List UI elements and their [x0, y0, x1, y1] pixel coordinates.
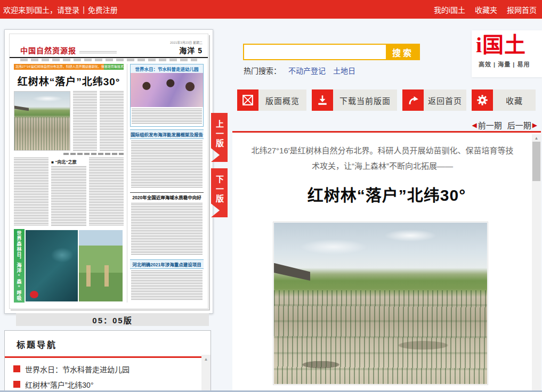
paper-right-box-title: 世界水日：节水科普走进幼儿园 — [131, 64, 203, 73]
paper-banner-strip: 北纬27°16′是红树林自然分布北界，科研人员开展幼苗驯化、保苗培育等技术攻关，… — [14, 64, 124, 70]
mangrove-nursery-photo — [274, 223, 487, 384]
next-page-tab[interactable]: 下一版 — [211, 168, 228, 217]
paper-text-column — [89, 158, 124, 226]
paper-text-column — [73, 91, 97, 151]
nav-article-item[interactable]: 世界水日：节水科普走进幼儿园 — [13, 361, 211, 377]
paper-section-label: 海洋 5 — [170, 45, 203, 55]
my-iguotu-link[interactable]: 我的i国土 — [434, 4, 465, 15]
scroll-up-icon[interactable]: ▲ — [201, 357, 211, 362]
paper-diver-photo — [25, 229, 79, 303]
download-icon — [312, 89, 333, 111]
next-issue-label: 后一期 — [507, 119, 531, 130]
paper-photo-caption-line — [63, 153, 124, 155]
favorite-button[interactable]: 收藏 — [472, 89, 536, 111]
paper-kids-photo — [131, 73, 203, 107]
favorites-link[interactable]: 收藏夹 — [475, 4, 497, 15]
title-navigation-list: 世界水日：节水科普走进幼儿园 红树林“落户”北纬30° 国际组织发布海洋能发展框… — [5, 358, 211, 392]
article-photo-frame — [273, 222, 488, 385]
hot-search-row: 热门搜索： 不动产登记 土地日 — [244, 65, 355, 76]
topbar-right: 我的i国土 收藏夹 报网首页 — [434, 4, 537, 15]
gear-icon — [472, 89, 493, 111]
red-square-bullet — [13, 381, 20, 388]
toolbar-button-label: 下载当前版面 — [333, 89, 397, 111]
top-bar: 欢迎来到i国土，请登录 | 免费注册 我的i国土 收藏夹 报网首页 — [0, 0, 542, 19]
article-scrollbar[interactable]: ▲ — [532, 134, 541, 392]
site-logo[interactable]: i国土 高效 | 海量 | 易用 — [472, 30, 542, 77]
topbar-separator: | — [83, 5, 85, 14]
paper-right-headline-2: 国际组织发布海洋能发展框架及报告 — [130, 129, 204, 139]
toolbar-button-label: 返回首页 — [424, 89, 466, 111]
paper-subrule — [20, 59, 197, 61]
welcome-login-link[interactable]: 欢迎来到i国土，请登录 — [3, 4, 79, 15]
left-arrow-icon: ◀ — [472, 121, 477, 129]
paper-masthead-row: 中国自然资源报 2021年3月23日 星期二 海洋 5 — [10, 34, 208, 58]
page-number-label: 05：05版 — [16, 313, 209, 326]
toolbar-button-label: 收藏 — [493, 89, 536, 111]
paper-text-column — [14, 158, 48, 226]
register-link[interactable]: 免费注册 — [88, 4, 118, 15]
layout-grid-icon — [237, 89, 258, 111]
article-panel: 北纬27°16′是红树林自然分布北界。科研人员开展幼苗驯化、保苗培育等技术攻关，… — [232, 131, 541, 392]
paper-text-column — [131, 271, 203, 301]
search-button[interactable]: 搜索 — [386, 44, 420, 60]
page: 欢迎来到i国土，请登录 | 免费注册 我的i国土 收藏夹 报网首页 中国自然资源… — [0, 0, 542, 392]
hot-search-label: 热门搜索： — [244, 65, 281, 76]
prev-page-tab[interactable]: 上一版 — [211, 113, 228, 162]
paper-date-line: 2021年3月23日 星期二 — [170, 40, 203, 45]
return-home-button[interactable]: 返回首页 — [402, 89, 466, 111]
paper-vertical-banner: 世界森林日，海洋“森”呼吸 — [14, 229, 25, 303]
right-arrow-icon: ▶ — [532, 121, 537, 129]
paper-text-column — [132, 109, 202, 125]
paper-right-headline-3: 2020年全国近岸海域水质稳中向好 — [130, 192, 204, 201]
paper-masthead: 中国自然资源报 — [20, 45, 76, 55]
prev-issue-button[interactable]: ◀ 前一期 — [472, 119, 502, 130]
nav-scrollbar[interactable]: ▲ — [201, 355, 211, 392]
logo-text: i国土 — [476, 35, 542, 56]
title-navigation-box: 标题导航 世界水日：节水科普走进幼儿园 红树林“落户”北纬30° 国际组织发布海… — [4, 330, 211, 392]
paper-mangrove-photo — [14, 91, 70, 151]
paper-masthead-subtext — [79, 51, 117, 54]
next-issue-button[interactable]: 后一期 ▶ — [507, 119, 537, 130]
download-page-button[interactable]: 下载当前版面 — [312, 89, 397, 111]
nav-article-item[interactable]: 红树林“落户”北纬30° — [13, 377, 211, 392]
newspaper-page-thumbnail[interactable]: 中国自然资源报 2021年3月23日 星期二 海洋 5 北纬27°16′是红树林… — [9, 34, 208, 309]
paper-right-headline-4: 河北明确2021年涉海重点建设项目 — [130, 259, 204, 269]
search-input[interactable] — [243, 44, 393, 60]
nav-article-label: 红树林“落户”北纬30° — [25, 379, 94, 390]
article-intro: 北纬27°16′是红树林自然分布北界。科研人员开展幼苗驯化、保苗培育等技术攻关，… — [248, 143, 516, 174]
portal-home-link[interactable]: 报网首页 — [507, 4, 537, 15]
topbar-left: 欢迎来到i国土，请登录 | 免费注册 — [3, 4, 118, 15]
paper-text-column — [131, 141, 203, 189]
issue-navigation: ◀ 前一期 后一期 ▶ — [472, 119, 538, 130]
paper-text-column — [51, 166, 86, 226]
paper-text-column — [131, 203, 203, 255]
scroll-up-icon[interactable]: ▲ — [532, 136, 541, 141]
red-square-bullet — [13, 365, 20, 372]
logo-slogan: 高效 | 海量 | 易用 — [479, 60, 542, 68]
hot-search-link-real-estate[interactable]: 不动产登记 — [288, 65, 326, 76]
scrollbar-thumb[interactable] — [532, 142, 540, 181]
paper-right-box: 世界水日：节水科普走进幼儿园 — [130, 64, 204, 127]
nav-article-label: 世界水日：节水科普走进幼儿园 — [25, 364, 130, 374]
paper-text-column — [100, 91, 124, 151]
paper-exhibition-photo — [79, 229, 124, 303]
layout-overview-button[interactable]: 版面概览 — [237, 89, 306, 111]
newspaper-preview-card[interactable]: 中国自然资源报 2021年3月23日 星期二 海洋 5 北纬27°16′是红树林… — [4, 29, 213, 314]
toolbar-button-label: 版面概览 — [258, 89, 306, 111]
paper-main-headline: 红树林“落户”北纬30° — [14, 74, 124, 88]
prev-issue-label: 前一期 — [478, 119, 502, 130]
hot-search-link-land-day[interactable]: 土地日 — [333, 65, 355, 76]
paper-subhead: ■ “向北”之旅 — [51, 159, 86, 165]
article-title: 红树林“落户”北纬30° — [232, 182, 541, 206]
title-navigation-heading: 标题导航 — [17, 338, 211, 350]
return-arrow-icon — [402, 89, 424, 111]
